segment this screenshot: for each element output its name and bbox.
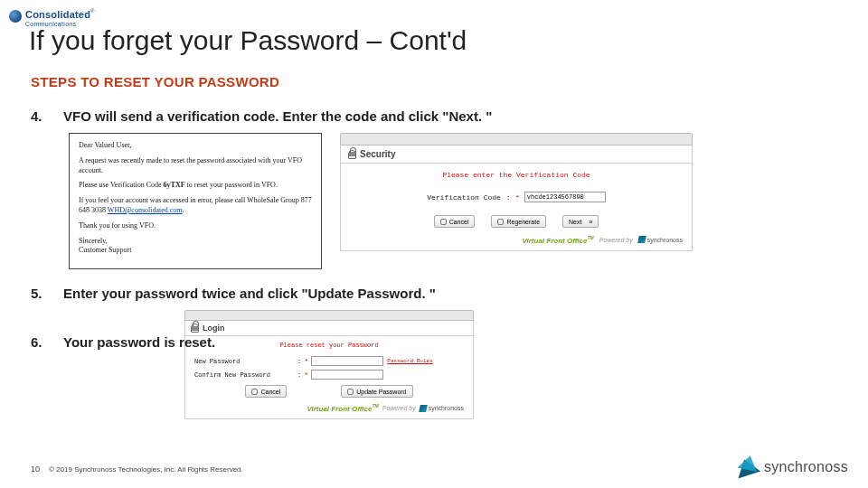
step-6-text: Your password is reset.: [63, 334, 215, 350]
email-code: 6yTXF: [164, 181, 185, 189]
vfo-brand: Virtual Front OfficeTM: [307, 403, 378, 413]
email-greeting: Dear Valued User,: [79, 141, 312, 151]
synchronoss-mini-icon: [637, 236, 646, 243]
email-line2: Please use Verification Code 6yTXF to re…: [79, 181, 312, 191]
page-number: 10: [31, 465, 40, 474]
verification-email-panel: Dear Valued User, A request was recently…: [69, 133, 322, 269]
step-4: 4. VFO will send a verification code. En…: [31, 108, 841, 124]
verification-code-label: Verification Code: [427, 193, 501, 202]
step-5-text: Enter your password twice and click "Upd…: [63, 286, 436, 301]
next-button[interactable]: Next »: [562, 215, 599, 228]
email-support-link[interactable]: WHD@consolidated.com: [108, 206, 183, 214]
security-form: Verification Code : *: [350, 192, 683, 202]
vfo-brand: Virtual Front OfficeTM: [522, 235, 593, 245]
login-cancel-button[interactable]: Cancel: [245, 385, 287, 398]
new-password-label: New Password: [194, 358, 294, 365]
login-header-text: Login: [203, 324, 225, 333]
consolidated-logo: Consolidated® Communications: [9, 5, 95, 27]
login-titlebar: [184, 310, 474, 321]
security-footer: Virtual Front OfficeTM Powered by synchr…: [350, 235, 683, 245]
logo-tm: ®: [90, 8, 94, 14]
new-password-row: New Password : * Password Rules: [194, 356, 464, 366]
security-buttons: Cancel Regenerate Next »: [350, 215, 683, 228]
security-prompt: Please enter the Verification Code: [350, 171, 683, 179]
step-5: 5. Enter your password twice and click "…: [31, 286, 841, 301]
copyright: © 2019 Synchronoss Technologies, Inc. Al…: [49, 465, 243, 474]
logo-line1: Consolidated: [25, 9, 90, 20]
cancel-icon: [251, 389, 258, 395]
step-4-panels: Dear Valued User, A request was recently…: [69, 133, 841, 269]
next-arrow-icon: »: [589, 219, 592, 225]
consolidated-logo-icon: [9, 10, 22, 23]
step-6-number: 6.: [31, 334, 47, 350]
security-body: Please enter the Verification Code Verif…: [340, 164, 693, 251]
step-4-text: VFO will send a verification code. Enter…: [63, 108, 492, 124]
cancel-button[interactable]: Cancel: [434, 215, 476, 228]
synchronoss-mini-icon: [419, 405, 428, 412]
login-panel: Login Please reset your Password New Pas…: [184, 310, 474, 419]
password-rules-link[interactable]: Password Rules: [387, 358, 432, 364]
powered-by-label: Powered by: [382, 405, 416, 411]
step-4-number: 4.: [31, 108, 47, 124]
page-title: If you forget your Password – Cont'd: [29, 25, 467, 56]
required-marker: *: [516, 193, 519, 202]
step-6: 6. Your password is reset.: [31, 334, 215, 350]
slide: Consolidated® Communications If you forg…: [0, 0, 868, 488]
confirm-password-input[interactable]: [311, 370, 383, 380]
step-5-number: 5.: [31, 286, 47, 301]
security-header-text: Security: [360, 149, 395, 159]
regenerate-button[interactable]: Regenerate: [491, 215, 546, 228]
regenerate-icon: [497, 219, 504, 225]
synchronoss-mini-logo: synchronoss: [420, 405, 464, 412]
synchronoss-logo-text: synchronoss: [764, 459, 848, 475]
security-panel: Security Please enter the Verification C…: [340, 133, 693, 269]
email-line1: A request was recently made to reset the…: [79, 156, 312, 176]
login-buttons: Cancel Update Password: [194, 385, 464, 398]
cancel-icon: [440, 219, 447, 225]
email-sig: Sincerely, Customer Support: [79, 237, 312, 257]
login-body: Please reset your Password New Password …: [184, 336, 474, 419]
update-password-button[interactable]: Update Password: [341, 385, 412, 398]
login-header: Login: [184, 321, 474, 336]
confirm-password-row: Confirm New Password : *: [194, 370, 464, 380]
synchronoss-mini-logo: synchronoss: [638, 236, 683, 243]
security-header: Security: [340, 145, 693, 164]
verification-code-input[interactable]: [524, 192, 606, 202]
consolidated-logo-text: Consolidated® Communications: [25, 5, 95, 27]
update-icon: [347, 389, 354, 395]
synchronoss-logo-icon: [735, 455, 759, 479]
login-footer: Virtual Front OfficeTM Powered by synchr…: [194, 403, 464, 413]
page-subtitle: STEPS TO RESET YOUR PASSWORD: [31, 74, 279, 89]
lock-icon: [191, 324, 199, 333]
steps-container: 4. VFO will send a verification code. En…: [31, 108, 841, 419]
synchronoss-logo: synchronoss: [735, 455, 848, 479]
powered-by-label: Powered by: [599, 237, 633, 243]
security-titlebar: [340, 133, 693, 145]
email-line3: If you feel your account was accessed in…: [79, 196, 312, 216]
email-line4: Thank you for using VFO.: [79, 221, 312, 231]
login-prompt: Please reset your Password: [194, 342, 464, 349]
lock-icon: [348, 150, 356, 159]
confirm-password-label: Confirm New Password: [194, 371, 294, 379]
new-password-input[interactable]: [311, 356, 383, 366]
